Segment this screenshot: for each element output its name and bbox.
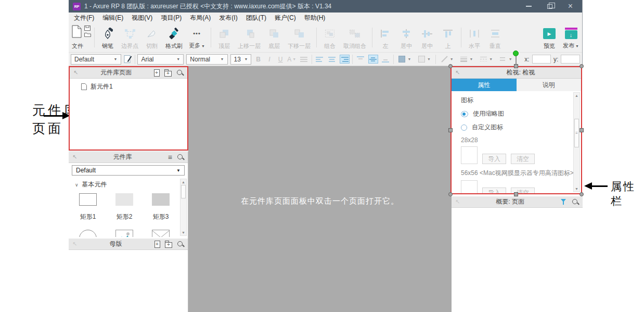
scroll-up-icon[interactable]: ▲ xyxy=(574,93,579,98)
font-size-select[interactable]: 13 ▼ xyxy=(230,54,252,65)
widget-rectangle1[interactable]: 矩形1 xyxy=(70,193,106,221)
text-align-right-button[interactable] xyxy=(340,55,350,64)
search-icon[interactable] xyxy=(177,241,184,248)
close-icon[interactable]: × xyxy=(568,3,573,10)
fill-color-dropdown[interactable]: ▼ xyxy=(396,55,414,64)
font-weight-select[interactable]: Normal ▼ xyxy=(186,54,227,65)
font-select[interactable]: Arial ▼ xyxy=(137,54,184,65)
basic-widgets-section[interactable]: ∨ 基本元件 xyxy=(69,177,188,189)
add-folder-icon[interactable] xyxy=(165,242,172,248)
align-center-button[interactable]: 居中 xyxy=(398,23,415,52)
handle-bottom-right[interactable] xyxy=(579,192,584,196)
align-middle-button[interactable]: 居中 xyxy=(419,23,435,52)
italic-button[interactable]: I xyxy=(265,55,274,64)
pin-icon[interactable]: ↖ xyxy=(455,69,460,76)
handle-mid-left[interactable] xyxy=(448,128,453,132)
underline-button[interactable]: U xyxy=(276,55,285,64)
style-select[interactable]: Default ▼ xyxy=(71,54,121,65)
handle-top-right[interactable] xyxy=(579,64,584,68)
menu-arrange[interactable]: 布局(A) xyxy=(190,14,211,22)
y-input[interactable] xyxy=(561,55,580,64)
bold-button[interactable]: B xyxy=(254,55,262,64)
clear-28-button[interactable]: 清空 xyxy=(511,154,535,164)
radio-unselected-icon[interactable] xyxy=(461,124,467,131)
menu-account[interactable]: 账户(C) xyxy=(275,14,296,22)
inspector-scrollbar[interactable]: ▲ ≡ ▼ xyxy=(573,92,580,192)
publish-button[interactable]: ↓ 发布▼ xyxy=(562,23,580,52)
pin-icon[interactable]: ↖ xyxy=(73,69,78,76)
scroll-up-icon[interactable]: ▲ xyxy=(181,179,186,185)
handle-bottom-mid[interactable] xyxy=(514,192,518,196)
font-color-button[interactable]: A▼ xyxy=(287,55,296,64)
tab-properties[interactable]: 属性 xyxy=(452,79,517,91)
send-backward-button[interactable]: 下移一层 xyxy=(287,23,312,52)
scroll-thumb[interactable]: ≡ xyxy=(574,119,579,147)
pin-icon[interactable]: ↖ xyxy=(455,198,460,205)
canvas-area[interactable]: 在元件库页面面板中双击一个页面打开它。 xyxy=(188,66,452,312)
file-button[interactable]: 文件 xyxy=(70,23,93,52)
line-style-dropdown[interactable]: ▼ xyxy=(478,55,495,64)
menu-publish[interactable]: 发布(I) xyxy=(219,14,237,22)
restore-icon[interactable] xyxy=(547,4,552,9)
menu-project[interactable]: 项目(P) xyxy=(161,14,182,22)
radio-custom-icon[interactable]: 自定义图标 xyxy=(461,123,565,132)
handle-top-left[interactable] xyxy=(448,64,453,68)
vertical-align-top-button[interactable] xyxy=(355,55,365,64)
vertical-align-middle-button[interactable] xyxy=(368,55,378,64)
boundary-point-button[interactable]: 边界点 xyxy=(120,23,139,52)
add-folder-icon[interactable] xyxy=(164,71,172,77)
open-folder-icon[interactable] xyxy=(84,32,91,37)
menu-view[interactable]: 视图(V) xyxy=(132,14,152,22)
import-28-button[interactable]: 导入 xyxy=(482,154,506,164)
slice-button[interactable]: 切割 xyxy=(144,23,160,52)
text-align-center-button[interactable] xyxy=(327,55,337,64)
page-tree-item[interactable]: 新元件1 xyxy=(70,79,187,91)
tab-notes[interactable]: 说明 xyxy=(517,79,582,91)
scroll-down-icon[interactable]: ▼ xyxy=(574,186,579,192)
bring-to-front-button[interactable]: 顶层 xyxy=(216,23,233,52)
send-to-back-button[interactable]: 底层 xyxy=(266,23,282,52)
align-top-button[interactable]: 上 xyxy=(440,23,456,52)
format-painter-button[interactable]: 格式刷 xyxy=(164,23,184,52)
minimize-icon[interactable] xyxy=(526,6,532,7)
save-icon[interactable] xyxy=(84,26,91,31)
pin-icon[interactable]: ↖ xyxy=(72,154,77,160)
widget-rectangle3[interactable]: 矩形3 xyxy=(143,193,179,221)
bring-forward-button[interactable]: 上移一层 xyxy=(237,23,262,52)
line-color-dropdown[interactable]: ▼ xyxy=(439,55,456,64)
radio-use-thumbnail[interactable]: 使用缩略图 xyxy=(461,109,565,118)
line-width-dropdown[interactable]: ▼ xyxy=(458,55,475,64)
distribute-horizontal-button[interactable]: 水平 xyxy=(466,23,483,52)
widget-placeholder[interactable] xyxy=(143,230,179,237)
x-input[interactable] xyxy=(532,55,551,64)
add-master-icon[interactable] xyxy=(154,241,160,248)
widget-ellipse[interactable] xyxy=(70,230,106,237)
menu-edit[interactable]: 编辑(E) xyxy=(102,14,123,22)
more-tools-button[interactable]: ••• 更多▼ xyxy=(188,23,206,52)
add-page-icon[interactable] xyxy=(154,69,160,77)
library-select[interactable]: Default ▼ xyxy=(72,165,185,176)
search-icon[interactable] xyxy=(177,154,184,161)
ungroup-button[interactable]: 取消组合 xyxy=(342,23,367,52)
edit-style-icon[interactable] xyxy=(124,55,132,64)
distribute-vertical-button[interactable]: 垂直 xyxy=(487,23,504,52)
pin-icon[interactable]: ↖ xyxy=(72,241,77,247)
pen-tool-button[interactable]: 钢笔 xyxy=(99,23,116,52)
scroll-thumb[interactable] xyxy=(181,185,186,198)
text-align-left-button[interactable] xyxy=(315,55,325,64)
vertical-align-bottom-button[interactable] xyxy=(381,55,391,64)
group-button[interactable]: 组合 xyxy=(321,23,338,52)
handle-top-mid[interactable] xyxy=(514,64,518,68)
panel-menu-icon[interactable]: ≡ xyxy=(168,155,172,160)
scroll-down-icon[interactable]: ▼ xyxy=(181,230,186,235)
menu-file[interactable]: 文件(F) xyxy=(74,14,94,22)
line-spacing-button[interactable] xyxy=(299,55,308,64)
border-color-dropdown[interactable]: ▼ xyxy=(416,55,433,64)
handle-mid-right[interactable] xyxy=(579,128,584,132)
arrow-style-dropdown[interactable]: ▼ xyxy=(497,55,514,64)
menu-team[interactable]: 团队(T) xyxy=(246,14,266,22)
handle-bottom-left[interactable] xyxy=(448,192,453,196)
menu-help[interactable]: 帮助(H) xyxy=(304,14,326,22)
preview-button[interactable]: ▶ 预览 xyxy=(541,23,558,52)
widget-image[interactable] xyxy=(106,230,143,237)
